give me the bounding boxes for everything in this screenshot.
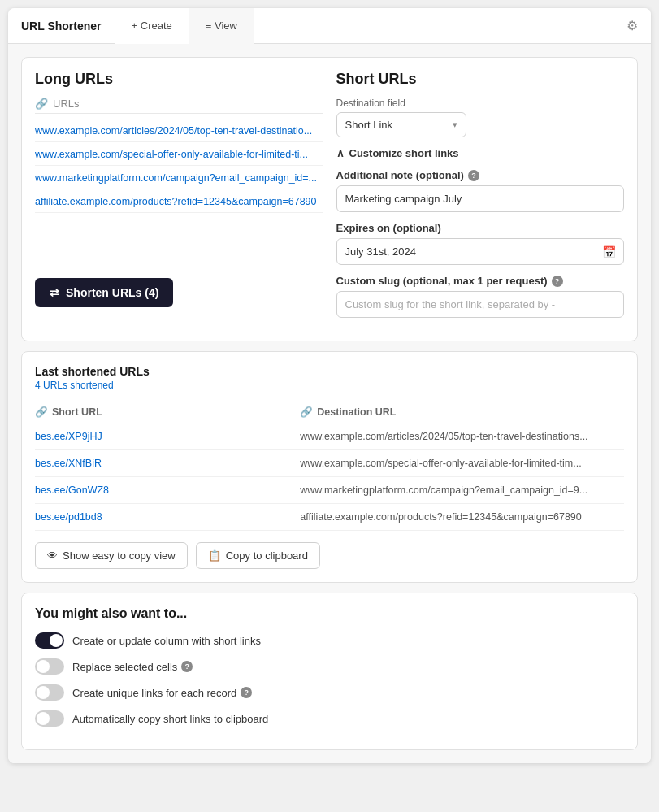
customize-toggle[interactable]: ∧ Customize short links xyxy=(336,147,625,159)
tab-view[interactable]: ≡ View xyxy=(189,8,254,44)
copy-clipboard-button[interactable]: 📋 Copy to clipboard xyxy=(196,542,320,569)
expires-label: Expires on (optional) xyxy=(336,222,625,234)
app-title: URL Shortener xyxy=(8,20,115,33)
tab-create-label: + Create xyxy=(132,20,172,32)
suggestion-help-icon[interactable]: ? xyxy=(241,687,252,698)
suggestion-label: Automatically copy short links to clipbo… xyxy=(72,713,268,725)
custom-slug-input[interactable] xyxy=(336,291,625,318)
short-url-cell[interactable]: bes.ee/XNfBiR xyxy=(35,450,300,477)
results-actions: 👁 Show easy to copy view 📋 Copy to clipb… xyxy=(35,542,624,569)
tab-create[interactable]: + Create xyxy=(115,8,189,44)
additional-note-help-icon[interactable]: ? xyxy=(468,170,479,181)
header-right: ⚙ xyxy=(613,18,651,33)
toggle-knob xyxy=(50,634,63,647)
toggle-switch-3[interactable] xyxy=(35,710,64,727)
table-row: bes.ee/XNfBiR www.example.com/special-of… xyxy=(35,450,624,477)
long-url-item-3[interactable]: www.marketingplatform.com/campaign?email… xyxy=(35,167,323,189)
suggestion-item: Create unique links for each record ? xyxy=(35,684,624,701)
show-easy-view-label: Show easy to copy view xyxy=(63,549,176,562)
chevron-down-icon: ▾ xyxy=(453,119,457,130)
long-urls-title: Long URLs xyxy=(35,71,323,88)
urls-column-label: URLs xyxy=(53,98,80,110)
toggle-knob xyxy=(37,686,50,699)
additional-note-label: Additional note (optional) ? xyxy=(336,169,625,181)
copy-clipboard-label: Copy to clipboard xyxy=(226,549,308,562)
expires-input-wrapper: 📅 xyxy=(336,238,625,265)
dest-url-column-header: 🔗 Destination URL xyxy=(300,401,624,423)
short-url-cell[interactable]: bes.ee/GonWZ8 xyxy=(35,477,300,504)
short-url-col-icon: 🔗 xyxy=(35,406,48,418)
results-header: Last shortened URLs xyxy=(35,365,624,378)
toggle-switch-2[interactable] xyxy=(35,684,64,701)
toggle-switch-0[interactable] xyxy=(35,632,64,649)
short-url-cell[interactable]: bes.ee/pd1bd8 xyxy=(35,504,300,531)
destination-dropdown-value: Short Link xyxy=(345,119,393,131)
toggle-switch-1[interactable] xyxy=(35,658,64,675)
customize-label: Customize short links xyxy=(349,147,459,159)
custom-slug-help-icon[interactable]: ? xyxy=(552,276,563,287)
suggestion-label: Create or update column with short links xyxy=(72,635,261,647)
long-url-item-4[interactable]: affiliate.example.com/products?refid=123… xyxy=(35,191,323,213)
suggestion-help-icon[interactable]: ? xyxy=(181,661,193,672)
dest-url-cell: affiliate.example.com/products?refid=123… xyxy=(300,504,624,531)
custom-slug-label: Custom slug (optional, max 1 per request… xyxy=(336,275,625,287)
chevron-up-icon: ∧ xyxy=(336,147,345,159)
suggestions-section: You might also want to... Create or upda… xyxy=(21,593,638,750)
table-row: bes.ee/GonWZ8 www.marketingplatform.com/… xyxy=(35,477,624,504)
suggestions-list: Create or update column with short links… xyxy=(35,632,624,727)
app-container: URL Shortener + Create ≡ View ⚙ Long URL… xyxy=(8,8,651,763)
dest-url-cell: www.marketingplatform.com/campaign?email… xyxy=(300,477,624,504)
dest-url-cell: www.example.com/special-offer-only-avail… xyxy=(300,450,624,477)
custom-slug-group: Custom slug (optional, max 1 per request… xyxy=(336,275,625,318)
main-content: Long URLs 🔗 URLs www.example.com/article… xyxy=(8,44,651,763)
tab-view-label: ≡ View xyxy=(206,20,237,32)
suggestion-item: Create or update column with short links xyxy=(35,632,624,649)
header-tabs: + Create ≡ View xyxy=(115,8,613,44)
short-url-column-header: 🔗 Short URL xyxy=(35,401,300,423)
additional-note-input[interactable] xyxy=(336,185,625,212)
calendar-icon: 📅 xyxy=(602,245,616,258)
suggestion-label: Create unique links for each record ? xyxy=(72,687,252,699)
toggle-knob xyxy=(37,712,50,725)
table-row: bes.ee/pd1bd8 affiliate.example.com/prod… xyxy=(35,504,624,531)
destination-dropdown[interactable]: Short Link ▾ xyxy=(336,112,466,137)
suggestion-label: Replace selected cells ? xyxy=(72,661,193,673)
eye-icon: 👁 xyxy=(47,549,58,562)
results-count: 4 URLs shortened xyxy=(35,380,624,391)
dest-url-cell: www.example.com/articles/2024/05/top-ten… xyxy=(300,423,624,450)
additional-note-group: Additional note (optional) ? xyxy=(336,169,625,212)
short-urls-title: Short URLs xyxy=(336,71,625,88)
urls-column-header: 🔗 URLs xyxy=(35,98,323,114)
show-easy-view-button[interactable]: 👁 Show easy to copy view xyxy=(35,542,188,569)
suggestions-title: You might also want to... xyxy=(35,606,624,621)
settings-icon[interactable]: ⚙ xyxy=(626,18,638,33)
toggle-knob xyxy=(37,660,50,673)
long-url-list: www.example.com/articles/2024/05/top-ten… xyxy=(35,120,323,213)
suggestion-item: Replace selected cells ? xyxy=(35,658,624,675)
results-table: 🔗 Short URL 🔗 Destination URL xyxy=(35,401,624,531)
shorten-button[interactable]: ⇄ Shorten URLs (4) xyxy=(35,278,173,307)
destination-field-label: Destination field xyxy=(336,98,625,109)
clipboard-icon: 📋 xyxy=(208,549,221,562)
suggestion-item: Automatically copy short links to clipbo… xyxy=(35,710,624,727)
shorten-button-label: Shorten URLs (4) xyxy=(66,286,158,299)
table-row: bes.ee/XP9jHJ www.example.com/articles/2… xyxy=(35,423,624,450)
expires-input[interactable] xyxy=(336,238,625,265)
short-urls-panel: Short URLs Destination field Short Link … xyxy=(336,71,625,328)
dest-url-col-icon: 🔗 xyxy=(300,406,313,418)
long-urls-panel: Long URLs 🔗 URLs www.example.com/article… xyxy=(35,71,323,328)
shorten-icon: ⇄ xyxy=(50,286,59,299)
header: URL Shortener + Create ≡ View ⚙ xyxy=(8,8,651,44)
short-url-cell[interactable]: bes.ee/XP9jHJ xyxy=(35,423,300,450)
link-icon: 🔗 xyxy=(35,98,48,110)
expires-group: Expires on (optional) 📅 xyxy=(336,222,625,265)
top-section: Long URLs 🔗 URLs www.example.com/article… xyxy=(21,57,638,341)
results-section: Last shortened URLs 4 URLs shortened 🔗 S… xyxy=(21,351,638,583)
long-url-item-1[interactable]: www.example.com/articles/2024/05/top-ten… xyxy=(35,120,323,142)
long-url-item-2[interactable]: www.example.com/special-offer-only-avail… xyxy=(35,144,323,166)
